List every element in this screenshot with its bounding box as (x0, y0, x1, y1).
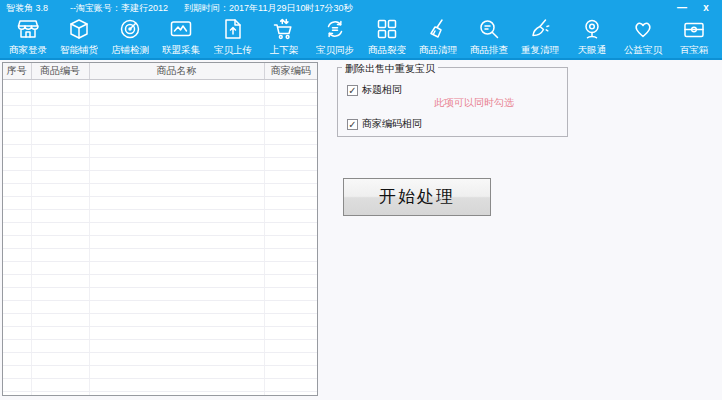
table-row[interactable] (3, 326, 317, 339)
table-row[interactable] (3, 339, 317, 352)
table-cell (264, 339, 317, 352)
table-row[interactable] (3, 261, 317, 274)
table-cell (264, 261, 317, 274)
table-row[interactable] (3, 209, 317, 222)
table-cell (264, 105, 317, 118)
close-button[interactable]: x (694, 0, 718, 16)
column-header-product-name[interactable]: 商品名称 (89, 63, 264, 79)
table-row[interactable] (3, 274, 317, 287)
table-cell (3, 222, 31, 235)
toolbar-label: 公益宝贝 (624, 43, 662, 56)
table-cell (31, 378, 89, 391)
table-row[interactable] (3, 131, 317, 144)
toolbar-label: 宝贝同步 (316, 43, 354, 56)
webcam-icon (580, 17, 604, 41)
table-row[interactable] (3, 248, 317, 261)
table-cell (89, 118, 264, 131)
table-row[interactable] (3, 144, 317, 157)
merchant-code-same-checkbox[interactable]: ✓ (347, 119, 358, 130)
table-header-row: 序号 商品编号 商品名称 商家编码 (3, 63, 317, 79)
table-cell (3, 248, 31, 261)
toolbar-item-shelf-updown[interactable]: 上下架 (259, 17, 309, 57)
table-row[interactable] (3, 365, 317, 378)
groupbox-title: 删除出售中重复宝贝 (342, 62, 438, 76)
table-row[interactable] (3, 92, 317, 105)
option-title-same[interactable]: ✓ 标题相同 (347, 83, 402, 97)
toolbar-label: 上下架 (270, 43, 299, 56)
table-cell (3, 196, 31, 209)
table-cell (3, 352, 31, 365)
title-same-checkbox[interactable]: ✓ (347, 85, 358, 96)
table-cell (264, 352, 317, 365)
toolbar-item-sky-eye[interactable]: 天眼通 (567, 17, 617, 57)
table-cell (264, 196, 317, 209)
table-cell (264, 79, 317, 92)
grid-icon (375, 17, 399, 41)
table-cell (264, 222, 317, 235)
table-row[interactable] (3, 196, 317, 209)
search-list-icon (477, 17, 501, 41)
start-processing-button[interactable]: 开始处理 (343, 178, 491, 216)
toolbar-label: 商品裂变 (368, 43, 406, 56)
toolbar-item-treasure-box[interactable]: 百宝箱 (669, 17, 719, 57)
toolbar-label: 联盟采集 (162, 43, 200, 56)
toolbar-item-item-fission[interactable]: 商品裂变 (362, 17, 412, 57)
table-row[interactable] (3, 79, 317, 92)
table-row[interactable] (3, 378, 317, 391)
toolbar-item-charity-items[interactable]: 公益宝贝 (618, 17, 668, 57)
toolbar-item-item-clean[interactable]: 商品清理 (413, 17, 463, 57)
table-row[interactable] (3, 157, 317, 170)
table-cell (31, 365, 89, 378)
minimize-button[interactable]: — (670, 0, 694, 16)
table-row[interactable] (3, 105, 317, 118)
table-row[interactable] (3, 118, 317, 131)
table-row[interactable] (3, 300, 317, 313)
column-header-product-id[interactable]: 商品编号 (31, 63, 89, 79)
table-cell (3, 235, 31, 248)
toolbar-item-alliance-collect[interactable]: 联盟采集 (156, 17, 206, 57)
table-cell (31, 248, 89, 261)
table-cell (89, 170, 264, 183)
toolbar-item-shop-check[interactable]: 店铺检测 (105, 17, 155, 57)
table-cell (89, 183, 264, 196)
table-cell (31, 118, 89, 131)
toolbar-label: 百宝箱 (680, 43, 709, 56)
delete-duplicate-groupbox: 删除出售中重复宝贝 ✓ 标题相同 此项可以同时勾选 ✓ 商家编码相同 (337, 67, 568, 137)
toolbar-item-item-upload[interactable]: 宝贝上传 (208, 17, 258, 57)
table-cell (31, 235, 89, 248)
option-merchant-code-same[interactable]: ✓ 商家编码相同 (347, 117, 422, 131)
column-header-merchant-code[interactable]: 商家编码 (264, 63, 317, 79)
table-cell (31, 261, 89, 274)
toolbar-item-item-sync[interactable]: 宝贝同步 (310, 17, 360, 57)
table-cell (31, 326, 89, 339)
app-title: 智装角 3.8 (6, 2, 48, 15)
table-cell (31, 131, 89, 144)
toolbar-item-smart-stock[interactable]: 智能铺货 (54, 17, 104, 57)
table-row[interactable] (3, 352, 317, 365)
toolbar-item-duplicate-clean[interactable]: 重复清理 (515, 17, 565, 57)
table-row[interactable] (3, 287, 317, 300)
table-cell (89, 209, 264, 222)
table-row[interactable] (3, 391, 317, 396)
table-row[interactable] (3, 170, 317, 183)
capture-frame-icon (169, 17, 193, 41)
column-header-index[interactable]: 序号 (3, 63, 31, 79)
table-cell (264, 365, 317, 378)
table-row[interactable] (3, 183, 317, 196)
table-cell (3, 287, 31, 300)
table-cell (3, 79, 31, 92)
table-cell (31, 274, 89, 287)
upload-document-icon (221, 17, 245, 41)
table-cell (89, 261, 264, 274)
table-cell (31, 79, 89, 92)
toolbar-item-merchant-login[interactable]: 商家登录 (3, 17, 53, 57)
table-cell (31, 144, 89, 157)
product-table[interactable]: 序号 商品编号 商品名称 商家编码 (2, 62, 318, 396)
toolbar-label: 商品排查 (470, 43, 508, 56)
table-cell (264, 131, 317, 144)
table-row[interactable] (3, 235, 317, 248)
toolbar-item-item-inspect[interactable]: 商品排查 (464, 17, 514, 57)
table-row[interactable] (3, 313, 317, 326)
table-cell (31, 352, 89, 365)
table-row[interactable] (3, 222, 317, 235)
